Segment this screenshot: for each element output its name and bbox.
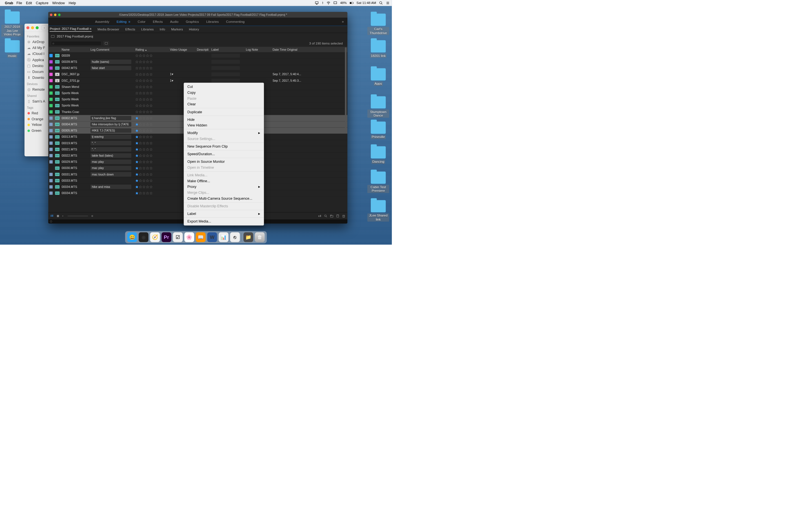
table-row[interactable]: 00042.MTSfalse start	[48, 65, 347, 71]
desktop-folder[interactable]: JLee Shared link	[367, 200, 389, 221]
nav-back[interactable]: ‹	[42, 25, 47, 30]
context-menu-item[interactable]: Create Multi-Camera Source Sequence...	[184, 195, 264, 202]
desktop-folder[interactable]: Stumptown Dance	[367, 96, 389, 118]
star-icon[interactable]	[146, 154, 149, 157]
star-icon[interactable]	[142, 104, 146, 107]
panel-tab[interactable]: Markers	[171, 27, 183, 31]
star-icon[interactable]	[149, 179, 153, 182]
star-icon[interactable]	[139, 79, 142, 82]
workspace-tab[interactable]: Editing ≡	[117, 20, 131, 24]
dock-app-ibooks[interactable]: 📖	[196, 232, 206, 242]
menubar[interactable]: Grab File Edit Capture Window Help ᚼ 48%…	[0, 0, 392, 6]
desktop-folder[interactable]: Carl's Thumbdrive	[367, 13, 389, 35]
star-icon[interactable]	[149, 117, 153, 120]
star-icon[interactable]	[146, 148, 149, 151]
log-comment[interactable]	[91, 110, 132, 114]
desktop-folder[interactable]: Dancing	[367, 146, 389, 164]
star-icon[interactable]	[142, 166, 146, 170]
workspace-tab[interactable]: Color	[138, 20, 146, 24]
star-icon[interactable]	[139, 173, 142, 176]
star-icon[interactable]	[139, 104, 142, 107]
desktop-folder[interactable]: Cabin Test Premiere	[367, 172, 389, 193]
notification-center-icon[interactable]	[386, 1, 390, 5]
context-menu-item[interactable]: Make Offline...	[184, 178, 264, 184]
panel-tab[interactable]: Project: 2017 Flag Football ≡	[50, 27, 91, 32]
star-icon[interactable]	[139, 179, 142, 182]
traffic-lights[interactable]	[27, 26, 39, 29]
status-icon[interactable]	[50, 220, 52, 223]
col-date[interactable]: Date Time Original	[273, 48, 308, 52]
col-note[interactable]: Log Note	[246, 48, 273, 52]
app-name[interactable]: Grab	[5, 1, 13, 5]
star-icon[interactable]	[135, 154, 139, 157]
desktop-folder[interactable]: music	[1, 40, 23, 58]
panel-tab[interactable]: Info	[160, 27, 165, 31]
context-menu-item[interactable]: Proxy▶	[184, 184, 264, 190]
context-menu-item[interactable]: Clear	[184, 101, 264, 107]
context-menu-item[interactable]: Open in Source Monitor	[184, 159, 264, 165]
table-row[interactable]: 00039	[48, 52, 347, 59]
panel-tab[interactable]: Libraries	[141, 27, 154, 31]
star-icon[interactable]	[139, 123, 142, 126]
star-icon[interactable]	[149, 160, 153, 163]
table-row[interactable]: ▲DSC_3697.jp1▾Sep 7, 2017, 5:40:4...	[48, 71, 347, 77]
star-icon[interactable]	[135, 160, 139, 163]
star-icon[interactable]	[146, 79, 149, 82]
star-icon[interactable]	[146, 123, 149, 126]
panel-tab[interactable]: History	[189, 27, 199, 31]
star-icon[interactable]	[142, 66, 146, 69]
star-icon[interactable]	[149, 104, 153, 107]
trash-icon[interactable]	[342, 214, 346, 218]
log-comment[interactable]	[91, 78, 132, 83]
star-icon[interactable]	[142, 173, 146, 176]
star-icon[interactable]	[142, 60, 146, 63]
star-icon[interactable]	[149, 92, 153, 95]
workspace-overflow-icon[interactable]: »	[342, 19, 344, 24]
context-menu-item[interactable]: Hide	[184, 117, 264, 122]
star-icon[interactable]	[139, 92, 142, 95]
star-icon[interactable]	[146, 110, 149, 114]
star-icon[interactable]	[149, 86, 153, 89]
star-icon[interactable]	[139, 54, 142, 57]
star-icon[interactable]	[149, 98, 153, 101]
sort-icon[interactable]	[91, 214, 94, 218]
workspace-tab[interactable]: Effects	[153, 20, 163, 24]
col-label[interactable]: Label	[211, 48, 246, 52]
star-icon[interactable]	[139, 110, 142, 114]
star-icon[interactable]	[149, 110, 153, 114]
log-comment[interactable]: false start	[91, 66, 132, 70]
star-icon[interactable]	[135, 129, 139, 132]
battery-icon[interactable]	[350, 1, 354, 5]
panel-tab[interactable]: Media Browser	[98, 27, 119, 31]
star-icon[interactable]	[142, 191, 146, 194]
context-menu-item[interactable]: Label▶	[184, 211, 264, 217]
log-comment[interactable]: hudle (sams)	[91, 59, 132, 64]
log-comment[interactable]: ". "	[91, 147, 132, 152]
search-input[interactable]: ⌕	[51, 41, 101, 46]
star-icon[interactable]	[135, 54, 139, 57]
star-icon[interactable]	[149, 73, 153, 76]
icon-view-icon[interactable]	[56, 214, 60, 218]
star-icon[interactable]	[149, 154, 153, 157]
star-icon[interactable]	[146, 98, 149, 101]
log-comment[interactable]: mac touch down	[91, 172, 132, 177]
star-icon[interactable]	[146, 54, 149, 57]
star-icon[interactable]	[149, 142, 153, 145]
dock-app-automator[interactable]: ⎋	[230, 232, 240, 242]
star-icon[interactable]	[139, 148, 142, 151]
log-comment[interactable]: tj handing jlee flag	[91, 116, 132, 120]
context-menu-item[interactable]: Export Media...	[184, 219, 264, 224]
star-icon[interactable]	[146, 173, 149, 176]
star-icon[interactable]	[142, 185, 146, 188]
find-icon[interactable]	[324, 214, 327, 218]
star-icon[interactable]	[139, 66, 142, 69]
star-icon[interactable]	[135, 123, 139, 126]
context-menu-item[interactable]: Speed/Duration...	[184, 151, 264, 157]
star-icon[interactable]	[139, 73, 142, 76]
automate-icon[interactable]	[318, 214, 322, 218]
bluetooth-icon[interactable]: ᚼ	[322, 1, 324, 5]
context-menu-item[interactable]: View Hidden	[184, 122, 264, 128]
star-icon[interactable]	[135, 98, 139, 101]
col-desc[interactable]: Descripti	[197, 48, 211, 52]
log-comment[interactable]: ". "	[91, 141, 132, 145]
